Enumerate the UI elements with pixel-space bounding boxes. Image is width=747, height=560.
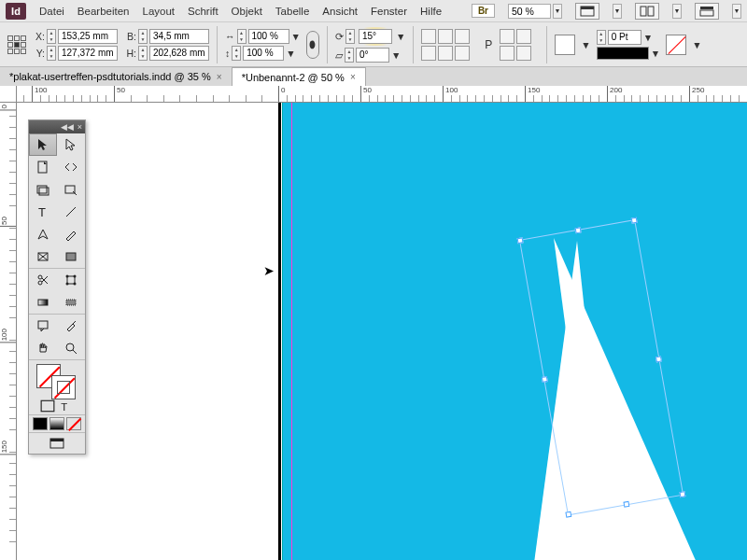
free-transform-tool[interactable] [57,269,85,291]
ruler-origin[interactable] [0,86,17,103]
stroke-color-swatch[interactable] [51,375,76,399]
menu-edit[interactable]: Bearbeiten [78,6,130,17]
rotate-cw-icon[interactable] [438,29,453,44]
align-icon-4[interactable] [516,46,531,61]
vertical-ruler[interactable]: 050100150 [0,103,17,560]
content-collector-tool[interactable] [29,178,57,201]
apply-color-button[interactable] [33,417,48,430]
x-stepper[interactable]: ▲▼ [47,29,56,44]
stroke-style-dd[interactable]: ▼ [651,48,660,59]
menu-window[interactable]: Fenster [371,6,407,17]
reference-point-grid[interactable] [7,35,26,54]
rectangle-tool[interactable] [57,245,85,268]
arrange-button[interactable] [635,3,659,20]
gradient-feather-tool[interactable] [57,291,85,314]
rotation-dd[interactable]: ▼ [396,31,405,42]
close-icon[interactable]: × [78,122,82,132]
scissors-tool[interactable] [29,269,57,291]
w-input[interactable] [149,29,209,44]
page-tool[interactable] [29,156,57,178]
rotation-input[interactable] [359,29,392,44]
stroke-weight-stepper[interactable]: ▲▼ [597,30,606,45]
select-container-icon[interactable] [438,46,453,61]
svg-line-29 [73,350,77,354]
menu-table[interactable]: Tabelle [275,6,309,17]
pen-tool[interactable] [29,223,57,245]
direct-selection-tool[interactable] [57,133,85,156]
y-input[interactable] [58,46,118,61]
menu-view[interactable]: Ansicht [322,6,358,17]
document-tab-2[interactable]: *Unbenannt-2 @ 50 %× [233,67,366,86]
arrange-dropdown[interactable]: ▼ [672,4,682,19]
h-stepper[interactable]: ▲▼ [138,46,148,61]
content-placer-tool[interactable] [57,178,85,201]
line-tool[interactable] [57,201,85,223]
tools-panel[interactable]: ◀◀ × T T [28,119,86,455]
note-tool[interactable] [29,315,57,337]
tab-close-icon[interactable]: × [217,72,222,82]
bridge-button[interactable]: Br [472,4,495,18]
align-icon-2[interactable] [516,29,531,44]
fill-dd[interactable]: ▼ [581,39,590,50]
menu-type[interactable]: Schrift [188,6,218,17]
shear-dd[interactable]: ▼ [391,49,401,61]
tab-close-icon[interactable]: × [350,72,356,82]
rotate-ccw-icon[interactable] [421,29,436,44]
stroke-dd[interactable]: ▼ [692,39,701,50]
pencil-tool[interactable] [57,223,85,245]
apply-none-button[interactable] [66,417,81,430]
guide-vertical[interactable] [291,103,292,560]
document-tab-1[interactable]: *plakat-usertreffen-psdtutorials.indd @ … [0,67,233,86]
select-content-icon[interactable] [455,46,470,61]
fill-swatch[interactable] [555,35,575,55]
eyedropper-tool[interactable] [57,315,85,337]
hand-tool[interactable] [29,337,57,359]
view-mode-button[interactable] [29,433,85,454]
shear-stepper[interactable]: ▲▼ [345,48,354,63]
scale-x-input[interactable] [248,29,289,44]
scale-x-dd[interactable]: ▼ [291,31,301,42]
workspace-dropdown[interactable]: ▼ [732,4,741,19]
align-icon-3[interactable] [500,46,514,61]
constrain-link-icon[interactable]: ⬮ [306,31,319,59]
horizontal-ruler[interactable]: 5010050050100150200250 [17,86,747,103]
type-tool[interactable]: T [29,201,57,223]
w-stepper[interactable]: ▲▼ [138,29,148,44]
zoom-dropdown[interactable]: ▼ [553,4,562,19]
format-container-icon[interactable]: T [29,398,85,414]
selection-tool[interactable] [29,133,57,156]
y-stepper[interactable]: ▲▼ [47,46,56,61]
scale-x-stepper[interactable]: ▲▼ [237,29,247,44]
stroke-weight-input[interactable] [608,30,641,45]
workspace-button[interactable] [695,3,719,20]
menu-help[interactable]: Hilfe [420,6,442,17]
collapse-icon[interactable]: ◀◀ [61,122,74,132]
screen-mode-dropdown[interactable]: ▼ [613,4,622,19]
h-input[interactable] [149,46,209,61]
zoom-field[interactable]: ▼ [508,4,562,19]
apply-gradient-button[interactable] [49,417,64,430]
scale-y-input[interactable] [243,46,284,61]
scale-y-stepper[interactable]: ▲▼ [232,46,241,61]
rotation-stepper[interactable]: ▲▼ [345,29,355,44]
menu-layout[interactable]: Layout [142,6,175,17]
stroke-weight-dd[interactable]: ▼ [643,32,653,43]
shear-input[interactable] [356,48,389,63]
menu-object[interactable]: Objekt [232,6,262,17]
scale-y-dd[interactable]: ▼ [286,48,295,59]
gap-tool[interactable] [57,156,85,178]
zoom-input[interactable] [508,4,551,19]
menu-file[interactable]: Datei [39,6,64,17]
gradient-swatch-tool[interactable] [29,291,57,314]
x-input[interactable] [58,29,118,44]
rectangle-frame-tool[interactable] [29,245,57,268]
align-icon-1[interactable] [500,29,514,44]
tools-panel-header[interactable]: ◀◀ × [29,120,85,133]
stroke-style[interactable] [597,47,649,60]
canvas[interactable]: ➤ [17,103,747,560]
flip-h-icon[interactable] [455,29,470,44]
stroke-swatch[interactable] [666,35,686,55]
zoom-tool[interactable] [57,337,85,359]
flip-v-icon[interactable] [421,46,436,61]
screen-mode-button[interactable] [575,3,599,20]
